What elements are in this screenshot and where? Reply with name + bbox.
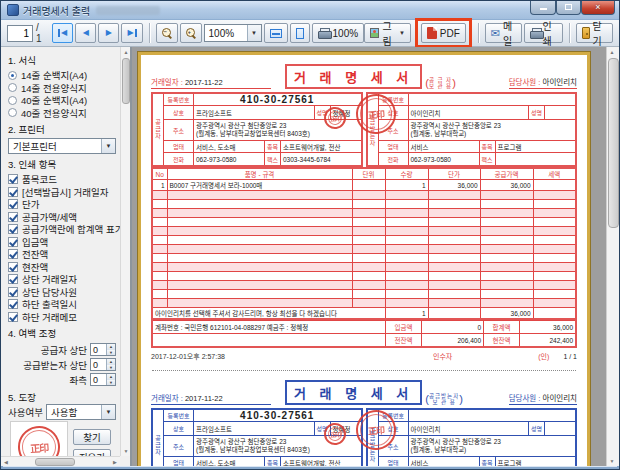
zoom-in-button[interactable]: + <box>180 23 202 43</box>
document-footer: 2017-12-01오후 2:57:38 인수자 (인) 1 / 1 <box>151 351 577 361</box>
margin-spinner[interactable]: 0▲▼ <box>90 343 116 356</box>
supplier-fax: 0303-3445-6784 <box>281 153 361 165</box>
last-page-button[interactable]: ▶ <box>121 23 142 43</box>
print-item-checkbox-row[interactable]: 상단 거래일자 <box>8 273 116 286</box>
scroll-down-icon[interactable]: ▼ <box>121 446 131 456</box>
scrollbar-thumb[interactable] <box>35 458 75 466</box>
checkbox-icon[interactable] <box>8 212 18 222</box>
format-option-14-plain[interactable]: 14줄 순백지(A4) <box>8 69 116 82</box>
checkbox-icon[interactable] <box>8 287 18 297</box>
buyer-name: 아이인리치 <box>409 422 529 435</box>
scroll-right-icon[interactable]: ▶ <box>110 457 120 466</box>
stamp-find-button[interactable]: 찾기 <box>73 429 111 445</box>
radio-icon[interactable] <box>8 83 17 92</box>
supplier-biztype: 서비스, 도소매 <box>194 141 264 152</box>
print-items-section-header: 3. 인쇄 항목 <box>8 157 116 171</box>
minimize-button[interactable] <box>530 1 556 15</box>
maximize-button[interactable] <box>556 1 581 15</box>
export-pdf-button[interactable]: PDF <box>421 23 466 43</box>
first-page-button[interactable]: ◀ <box>52 23 73 43</box>
checkbox-icon[interactable] <box>8 174 18 184</box>
radio-icon[interactable] <box>8 108 17 117</box>
bank-account-info: 계좌번호 : 국민은행 612101-04-088297 예금주 : 정혜정 <box>153 320 385 333</box>
checkbox-icon[interactable] <box>8 299 18 309</box>
statement-document-red: 거래일자 : 2017-11-22 거 래 명 세 서 ( 공 급 자보 관 용… <box>151 64 577 361</box>
app-icon <box>7 4 19 16</box>
prev-page-button[interactable]: ◀ <box>75 23 96 43</box>
printer-select[interactable]: 기본프린터 ▼ <box>8 138 116 154</box>
scroll-down-icon[interactable]: ▼ <box>607 456 617 466</box>
mail-button[interactable]: ✉ 메일 <box>485 23 522 43</box>
scroll-left-icon[interactable]: ◀ <box>1 457 11 466</box>
scroll-up-icon[interactable]: ▲ <box>607 47 617 57</box>
stamp-use-select[interactable]: 사용함 ▼ <box>46 404 116 420</box>
checkbox-icon[interactable] <box>8 199 18 209</box>
margin-spinner[interactable]: 0▲▼ <box>90 358 116 371</box>
checkbox-icon[interactable] <box>8 312 18 322</box>
zoom-level-select[interactable]: 100% ▼ <box>204 24 262 42</box>
export-image-button[interactable]: 그림 ▼ <box>364 23 411 43</box>
checkbox-icon[interactable] <box>8 224 18 234</box>
print-item-checkbox-row[interactable]: 공급가액/세액 <box>8 211 116 224</box>
checkbox-icon[interactable] <box>8 237 18 247</box>
zoom-level-value: 100% <box>205 28 247 39</box>
sidebar-vertical-scrollbar[interactable]: ▲ ▼ <box>120 47 130 456</box>
scrollbar-thumb[interactable] <box>122 58 130 104</box>
chevron-down-icon[interactable]: ▼ <box>101 405 115 419</box>
print-item-checkbox-row[interactable]: 상단 담당사원 <box>8 286 116 299</box>
scroll-up-icon[interactable]: ▲ <box>121 47 131 57</box>
page-number-input[interactable] <box>7 25 33 42</box>
item-row-empty <box>152 281 576 290</box>
minimize-icon <box>540 8 547 10</box>
print-item-checkbox-row[interactable]: 현잔액 <box>8 261 116 274</box>
close-dialog-button[interactable]: 닫기 <box>576 23 613 43</box>
print-item-checkbox-row[interactable]: [선택발급시] 거래일자 <box>8 186 116 199</box>
checkbox-icon[interactable] <box>8 249 18 259</box>
scrollbar-thumb[interactable] <box>608 58 619 228</box>
fit-width-button[interactable] <box>264 23 288 43</box>
print-item-checkbox-row[interactable]: 품목코드 <box>8 173 116 186</box>
margin-row: 공급자 상단0▲▼ <box>8 342 116 357</box>
radio-icon[interactable] <box>8 96 17 105</box>
checkbox-icon[interactable] <box>8 262 18 272</box>
total-supply-amount: 36,000 <box>480 308 533 320</box>
format-option-14-form[interactable]: 14줄 전용양식지 <box>8 82 116 95</box>
checkbox-icon[interactable] <box>8 274 18 284</box>
fit-page-button[interactable] <box>290 23 310 43</box>
item-row-empty <box>152 272 576 281</box>
item-row-empty <box>152 290 576 299</box>
buyer-ceo <box>545 106 575 119</box>
sidebar-horizontal-scrollbar[interactable]: ◀ ▶ <box>1 456 120 466</box>
print-item-checkbox-row[interactable]: 하단 거래메모 <box>8 311 116 324</box>
format-option-40-form[interactable]: 40줄 전용양식지 <box>8 107 116 120</box>
toolbar: / 1 ◀ ◀ ▶ ▶ − + 100% ▼ 100% 그림 ▼ P <box>1 20 619 47</box>
window-title: 거래명세서 출력 <box>23 3 90 18</box>
preview-vertical-scrollbar[interactable]: ▲ ▼ <box>606 47 619 466</box>
supplier-name: 프라임소프트 <box>194 422 314 435</box>
close-window-button[interactable]: × <box>581 1 615 15</box>
account-summary-table: 계좌번호 : 국민은행 612101-04-088297 예금주 : 정혜정 입… <box>151 320 577 348</box>
titlebar-redacted-text <box>96 6 160 15</box>
next-page-button[interactable]: ▶ <box>98 23 119 43</box>
stamp-use-row: 사용여부 사용함 ▼ <box>8 406 116 419</box>
print-dialog-window: 거래명세서 출력 × / 1 ◀ ◀ ▶ ▶ − + 100% ▼ 100% <box>0 0 620 470</box>
print-item-checkbox-row[interactable]: 전잔액 <box>8 248 116 261</box>
print-item-checkbox-row[interactable]: 하단 출력일시 <box>8 298 116 311</box>
print-item-checkbox-row[interactable]: 단가 <box>8 198 116 211</box>
margin-row: 좌측0▲▼ <box>8 372 116 387</box>
printer-section-header: 2. 프린터 <box>8 122 116 136</box>
radio-icon[interactable] <box>8 71 17 80</box>
print-button[interactable]: 인쇄 <box>524 23 563 43</box>
format-option-40-plain[interactable]: 40줄 순백지(A4) <box>8 94 116 107</box>
print-item-checkbox-row[interactable]: 입금액 <box>8 236 116 249</box>
buyer-category: 프로그램 <box>496 141 576 152</box>
buyer-name: 아이인리치 <box>409 106 529 119</box>
print-item-checkbox-row[interactable]: 공급가액란에 합계액 표기 <box>8 223 116 236</box>
item-row-empty <box>152 218 576 227</box>
margin-spinner[interactable]: 0▲▼ <box>90 373 116 386</box>
zoom-out-button[interactable]: − <box>156 23 178 43</box>
chevron-down-icon[interactable]: ▼ <box>247 25 261 41</box>
chevron-down-icon[interactable]: ▼ <box>101 139 115 153</box>
print-zoom-button[interactable]: 100% <box>312 23 365 43</box>
checkbox-icon[interactable] <box>8 187 18 197</box>
